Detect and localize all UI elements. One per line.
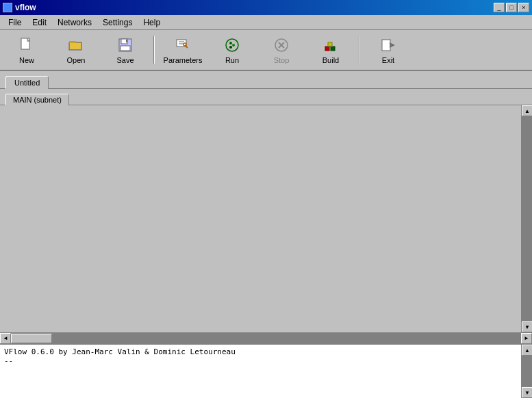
open-label: Open [67,56,86,64]
vertical-scrollbar: ▲ ▼ [521,105,532,332]
status-scroll-up-button[interactable]: ▲ [522,345,532,356]
new-label: New [19,56,34,64]
parameters-icon [173,36,192,55]
status-log: VFlow 0.6.0 by Jean-Marc Valin & Dominic… [0,345,521,398]
menu-help[interactable]: Help [138,16,166,29]
new-button[interactable]: New [3,32,51,68]
stop-icon [272,36,291,55]
svg-point-15 [229,42,232,44]
exit-label: Exit [382,56,394,64]
window-controls: _ □ × [494,3,529,12]
svg-rect-27 [382,40,390,51]
tab-untitled[interactable]: Untitled [5,76,49,89]
save-button[interactable]: Save [101,32,149,68]
menu-networks[interactable]: Networks [52,16,97,29]
svg-rect-4 [70,43,81,49]
run-icon [223,36,242,55]
status-scrollbar: ▲ ▼ [521,345,532,398]
menu-edit[interactable]: Edit [27,16,52,29]
minimize-button[interactable]: _ [494,3,505,12]
svg-rect-8 [126,40,127,42]
scroll-left-button[interactable]: ◄ [0,333,11,344]
svg-point-17 [229,46,232,49]
separator-2 [359,36,360,64]
parameters-label: Parameters [164,56,203,64]
status-line-1: VFlow 0.6.0 by Jean-Marc Valin & Dominic… [4,347,517,356]
new-icon [17,36,36,55]
horizontal-scrollbar: ◄ ► [0,332,532,343]
stop-label: Stop [274,56,290,64]
h-scroll-thumb[interactable] [11,334,52,343]
run-label: Run [225,56,239,64]
menu-settings[interactable]: Settings [97,16,138,29]
title-bar: vflow _ □ × [0,0,532,15]
stop-button[interactable]: Stop [257,32,305,68]
canvas-area[interactable] [0,105,521,332]
close-button[interactable]: × [518,3,529,12]
maximize-button[interactable]: □ [506,3,517,12]
status-area: VFlow 0.6.0 by Jean-Marc Valin & Dominic… [0,343,532,398]
status-scroll-down-button[interactable]: ▼ [522,387,532,398]
app-icon [3,3,12,12]
separator-1 [153,36,155,64]
menu-file[interactable]: File [3,16,27,29]
window-title: vflow [15,3,36,12]
exit-button[interactable]: Exit [364,32,412,68]
run-button[interactable]: Run [208,32,256,68]
h-scroll-track[interactable] [11,333,521,344]
status-scroll-track[interactable] [522,356,532,387]
parameters-button[interactable]: Parameters [159,32,207,68]
build-label: Build [322,56,339,64]
save-label: Save [116,56,134,64]
build-button[interactable]: Build [307,32,355,68]
sub-tab-main-subnet[interactable]: MAIN (subnet) [5,94,69,105]
toolbar: New Open Save [0,30,532,71]
svg-rect-7 [121,46,130,51]
svg-rect-22 [331,47,335,51]
svg-point-16 [232,44,235,47]
menu-bar: File Edit Networks Settings Help [0,15,532,30]
svg-rect-3 [69,41,76,43]
scroll-right-button[interactable]: ► [521,333,532,344]
svg-rect-23 [328,42,332,47]
exit-icon [379,36,398,55]
sub-tab-area: MAIN (subnet) [0,89,532,105]
tab-area: Untitled [0,71,532,89]
build-icon [321,36,340,55]
open-button[interactable]: Open [52,32,100,68]
scroll-up-button[interactable]: ▲ [522,105,532,116]
scroll-track-right[interactable] [522,116,532,321]
status-line-2: -- [4,356,517,365]
svg-rect-21 [325,47,329,51]
scroll-down-button[interactable]: ▼ [522,321,532,332]
save-icon [116,36,135,55]
main-content: ▲ ▼ [0,105,532,332]
open-icon [66,36,86,55]
title-text: vflow [3,3,36,12]
